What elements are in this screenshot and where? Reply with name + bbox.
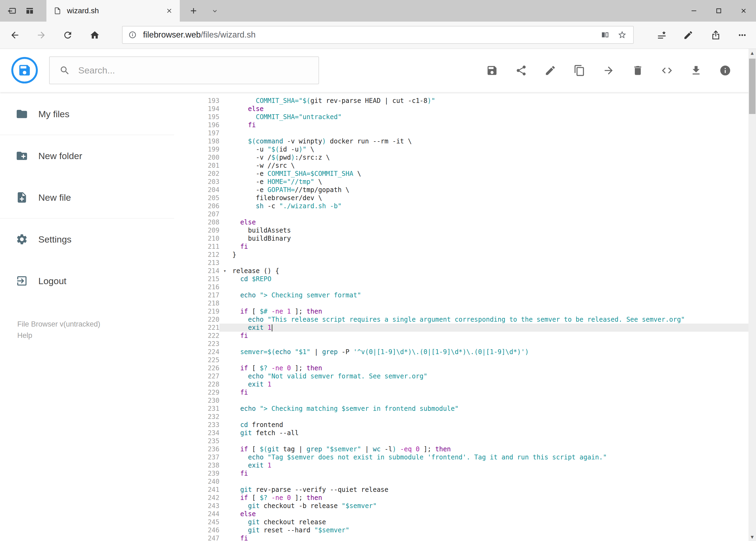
code-line[interactable]: 233 cd frontend	[174, 421, 756, 429]
line-body[interactable]: git rev-parse --verify --quiet release	[219, 486, 756, 494]
code-line[interactable]: 220 echo "This release script requires a…	[174, 315, 756, 323]
code-line[interactable]: 207	[174, 210, 756, 218]
edit-button[interactable]	[544, 65, 556, 76]
line-body[interactable]: buildAssets	[219, 226, 756, 235]
line-body[interactable]: exit 1	[219, 380, 756, 388]
line-body[interactable]: -v /$(pwd):/src:z \	[219, 154, 756, 162]
code-line[interactable]: 212}	[174, 251, 756, 259]
active-line[interactable]: exit 1	[219, 323, 756, 332]
code-line[interactable]: 223	[174, 340, 756, 348]
code-line[interactable]: 210 buildBinary	[174, 235, 756, 243]
close-window-button[interactable]	[731, 0, 756, 22]
code-line[interactable]: 205 filebrowser/dev \	[174, 194, 756, 202]
line-body[interactable]: echo "This release script requires a sin…	[219, 315, 756, 323]
close-tab-icon[interactable]	[166, 7, 173, 14]
code-line[interactable]: 196 fi	[174, 121, 756, 129]
line-body[interactable]: else	[219, 218, 756, 226]
reading-view-icon[interactable]	[601, 31, 610, 39]
line-body[interactable]	[219, 259, 756, 267]
sidebar-item-my-files[interactable]: My files	[0, 93, 174, 135]
line-body[interactable]: if [ $? -ne 0 ]; then	[219, 494, 756, 502]
line-body[interactable]: -w //src \	[219, 162, 756, 170]
line-body[interactable]	[219, 356, 756, 364]
code-line[interactable]: 238 exit 1	[174, 461, 756, 469]
line-body[interactable]: if [ $? -ne 0 ]; then	[219, 364, 756, 372]
code-line[interactable]: 226 if [ $? -ne 0 ]; then	[174, 364, 756, 372]
code-line[interactable]: 241 git rev-parse --verify --quiet relea…	[174, 486, 756, 494]
line-body[interactable]: echo "Not valid semver format. See semve…	[219, 372, 756, 380]
search-box[interactable]	[49, 56, 319, 84]
page-scrollbar[interactable]: ▲ ▼	[748, 49, 756, 541]
delete-button[interactable]	[632, 65, 644, 76]
line-body[interactable]	[219, 413, 756, 421]
code-line[interactable]: 246 git reset --hard "$semver"	[174, 526, 756, 534]
code-line[interactable]: 224 semver=$(echo "$1" | grep -P '^v(0|[…	[174, 348, 756, 356]
code-line[interactable]: 245 git checkout release	[174, 518, 756, 526]
line-body[interactable]: else	[219, 105, 756, 113]
save-button[interactable]	[486, 65, 498, 76]
code-line[interactable]: 221 exit 1	[174, 323, 756, 332]
code-line[interactable]: 194 else	[174, 105, 756, 113]
code-line[interactable]: 213	[174, 259, 756, 267]
code-line[interactable]: 193 COMMIT_SHA="$(git rev-parse HEAD | c…	[174, 97, 756, 105]
code-line[interactable]: 242 if [ $? -ne 0 ]; then	[174, 494, 756, 502]
line-body[interactable]: semver=$(echo "$1" | grep -P '^v(0|[1-9]…	[219, 348, 756, 356]
sidebar-item-logout[interactable]: Logout	[0, 260, 174, 302]
code-line[interactable]: 228 exit 1	[174, 380, 756, 388]
code-line[interactable]: 202 -e COMMIT_SHA=$COMMIT_SHA \	[174, 170, 756, 178]
line-body[interactable]: if [ $# -ne 1 ]; then	[219, 307, 756, 315]
move-button[interactable]	[603, 65, 615, 76]
line-body[interactable]: filebrowser/dev \	[219, 194, 756, 202]
code-line[interactable]: 247 fi	[174, 534, 756, 541]
code-line[interactable]: 211 fi	[174, 243, 756, 251]
code-button[interactable]	[661, 65, 673, 76]
line-body[interactable]: }	[219, 251, 756, 259]
line-body[interactable]: ▾release () {	[219, 267, 756, 275]
more-menu-icon[interactable]	[737, 30, 747, 40]
set-tabs-aside-icon[interactable]	[6, 6, 16, 16]
line-body[interactable]: fi	[219, 469, 756, 477]
line-body[interactable]: echo "Tag $semver does not exist in subm…	[219, 453, 756, 461]
code-editor[interactable]: 193 COMMIT_SHA="$(git rev-parse HEAD | c…	[174, 92, 756, 541]
code-line[interactable]: 225	[174, 356, 756, 364]
line-body[interactable]: buildBinary	[219, 235, 756, 243]
code-line[interactable]: 204 -e GOPATH=//tmp/gopath \	[174, 186, 756, 194]
line-body[interactable]: -e GOPATH=//tmp/gopath \	[219, 186, 756, 194]
minimize-button[interactable]	[681, 0, 706, 22]
line-body[interactable]	[219, 129, 756, 137]
code-line[interactable]: 237 echo "Tag $semver does not exist in …	[174, 453, 756, 461]
line-body[interactable]	[219, 299, 756, 307]
code-line[interactable]: 235	[174, 437, 756, 445]
code-line[interactable]: 200 -v /$(pwd):/src:z \	[174, 154, 756, 162]
code-line[interactable]: 227 echo "Not valid semver format. See s…	[174, 372, 756, 380]
page-share-icon[interactable]	[711, 30, 721, 40]
sidebar-item-settings[interactable]: Settings	[0, 219, 174, 260]
tab-list-chevron-icon[interactable]	[211, 7, 219, 15]
address-bar[interactable]: filebrowser.web/files/wizard.sh	[122, 26, 634, 44]
back-button[interactable]	[10, 30, 20, 40]
fold-marker-icon[interactable]: ▾	[219, 267, 230, 275]
share-button[interactable]	[515, 65, 527, 76]
line-body[interactable]: git fetch --all	[219, 429, 756, 437]
browser-tab[interactable]: wizard.sh	[46, 0, 180, 22]
line-body[interactable]: -e COMMIT_SHA=$COMMIT_SHA \	[219, 170, 756, 178]
info-button[interactable]	[719, 65, 731, 76]
code-line[interactable]: 199 -u "$(id -u)" \	[174, 145, 756, 154]
code-line[interactable]: 239 fi	[174, 469, 756, 477]
line-body[interactable]: fi	[219, 121, 756, 129]
code-line[interactable]: 206 sh -c "./wizard.sh -b"	[174, 202, 756, 210]
code-line[interactable]: 236 if [ $(git tag | grep "$semver" | wc…	[174, 445, 756, 453]
line-body[interactable]	[219, 477, 756, 486]
line-body[interactable]: cd $REPO	[219, 275, 756, 283]
line-body[interactable]: else	[219, 510, 756, 518]
line-body[interactable]	[219, 396, 756, 405]
line-body[interactable]: git checkout release	[219, 518, 756, 526]
line-body[interactable]: echo "> Checking matching $semver in fro…	[219, 405, 756, 413]
line-body[interactable]: git reset --hard "$semver"	[219, 526, 756, 534]
web-note-pen-icon[interactable]	[683, 30, 693, 40]
line-body[interactable]	[219, 210, 756, 218]
url-text[interactable]: filebrowser.web/files/wizard.sh	[143, 30, 601, 40]
code-line[interactable]: 218	[174, 299, 756, 307]
scroll-up-arrow-icon[interactable]: ▲	[748, 49, 756, 57]
code-line[interactable]: 215 cd $REPO	[174, 275, 756, 283]
